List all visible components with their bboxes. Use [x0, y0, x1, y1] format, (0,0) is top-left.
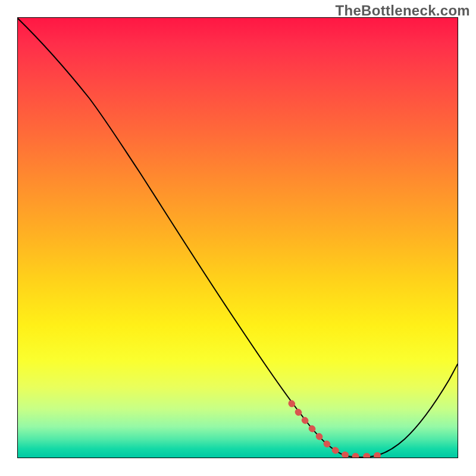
watermark-text: TheBottleneck.com	[336, 2, 470, 19]
curve-layer	[18, 18, 458, 458]
bottleneck-curve	[18, 18, 458, 458]
chart-stage: TheBottleneck.com	[0, 0, 476, 476]
plot-area	[18, 18, 458, 458]
highlight-segment	[292, 403, 384, 456]
